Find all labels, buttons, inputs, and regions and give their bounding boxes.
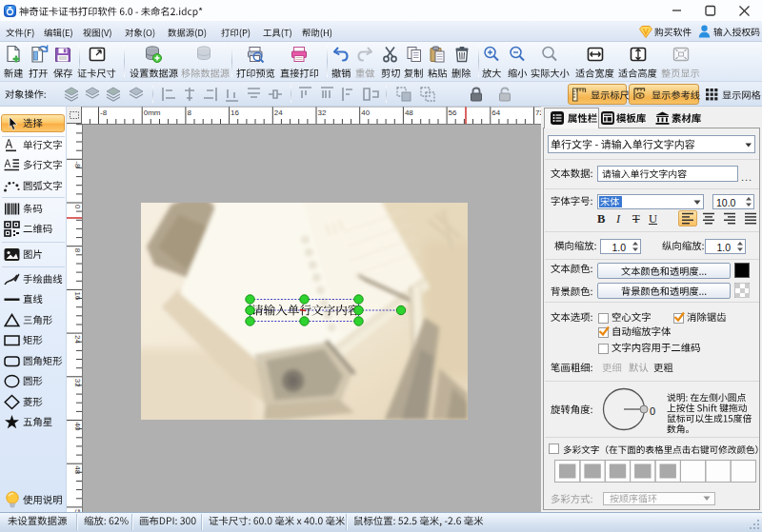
svg-text:48: 48 (73, 465, 82, 474)
svg-text:8: 8 (73, 248, 82, 253)
svg-text:16: 16 (73, 291, 82, 300)
svg-text:56: 56 (449, 108, 457, 117)
svg-text:32: 32 (73, 379, 82, 387)
svg-text:-8: -8 (73, 161, 82, 168)
svg-text:-8: -8 (100, 108, 108, 117)
svg-text:48: 48 (405, 108, 413, 117)
svg-text:64: 64 (491, 108, 500, 117)
svg-text:24: 24 (274, 108, 283, 117)
svg-text:24: 24 (73, 335, 82, 344)
svg-text:16: 16 (231, 108, 239, 117)
svg-text:40: 40 (361, 108, 370, 117)
svg-text:40: 40 (73, 423, 82, 431)
svg-text:8: 8 (187, 108, 191, 117)
svg-text:32: 32 (318, 108, 327, 117)
svg-text:0mm: 0mm (144, 108, 161, 117)
svg-text:0: 0 (73, 205, 82, 209)
